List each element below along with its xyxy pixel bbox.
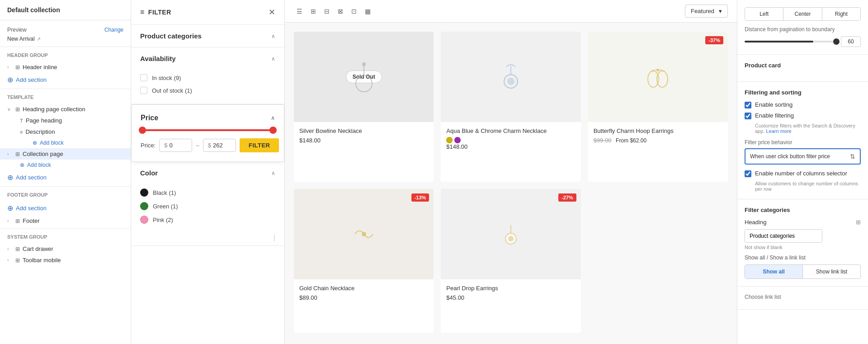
product-image-4: -13% [294, 189, 434, 279]
plus-icon: ⊕ [7, 75, 13, 84]
filter-price-behavior-dropdown[interactable]: When user click button filter price ⇅ [745, 148, 861, 165]
section-icon: ⊞ [15, 64, 20, 71]
add-section-header-button[interactable]: ⊕ Add section [0, 73, 131, 87]
plus-icon-3: ⊕ [20, 162, 24, 168]
scroll-indicator: | [131, 234, 284, 245]
enable-columns-row: Enable number of columns selector [745, 170, 861, 177]
filter-section-categories-header[interactable]: Product categories ∧ [131, 25, 284, 47]
add-block-heading-button[interactable]: ⊕ Add block [13, 137, 131, 148]
preview-change-button[interactable]: Change [104, 27, 123, 33]
price-filter-button[interactable]: FILTER [240, 138, 279, 152]
product-grid: Sold Out Silver Bowline Necklace $148.00 [285, 23, 737, 342]
align-right-button[interactable]: Right [822, 8, 860, 20]
product-name-1: Silver Bowline Necklace [299, 127, 428, 134]
product-name-2: Aqua Blue & Chrome Charm Necklace [446, 127, 575, 134]
availability-chevron: ∧ [271, 56, 275, 62]
price-max-input[interactable] [213, 142, 231, 149]
divider-1 [0, 47, 131, 47]
chevron-right-icon: › [7, 65, 13, 70]
sidebar-item-collection-page[interactable]: › ⊞ Collection page [0, 148, 131, 160]
enable-sorting-label: Enable sorting [755, 101, 793, 108]
price-min-input[interactable] [169, 142, 187, 149]
sidebar-item-heading-page-collection[interactable]: ∨ ⊞ Heading page collection [0, 104, 131, 115]
view-grid5-icon[interactable]: ⊡ [349, 6, 359, 17]
filter-close-button[interactable]: ✕ [269, 7, 275, 17]
chevron-right-icon-5: › [7, 258, 13, 263]
learn-more-link[interactable]: Learn more [766, 128, 791, 134]
filter-price-behavior-label: Filter price behavior [745, 139, 861, 146]
price-title: Price [141, 114, 158, 122]
product-thumb-5 [493, 216, 529, 252]
product-price-5: $45.00 [446, 294, 575, 301]
header-group-label: Header Group [7, 52, 123, 58]
view-grid2-icon[interactable]: ⊞ [308, 6, 319, 17]
enable-filtering-checkbox[interactable] [745, 113, 751, 119]
price-slider-thumb-left[interactable] [139, 127, 146, 134]
sort-dropdown[interactable]: Featured ▾ [685, 5, 728, 18]
out-of-stock-checkbox[interactable] [140, 87, 147, 94]
view-grid4-icon[interactable]: ⊠ [335, 6, 346, 17]
price-slider-thumb-right[interactable] [269, 127, 277, 134]
distance-section: Distance from pagination to boundary 60 [745, 26, 861, 47]
filter-section-color-header[interactable]: Color ∧ [131, 162, 284, 184]
template-section: Template [0, 91, 131, 104]
enable-columns-checkbox[interactable] [745, 170, 751, 177]
dropdown-arrow-icon: ⇅ [850, 153, 855, 160]
distance-slider-thumb[interactable] [833, 38, 840, 45]
preview-toolbar: ☰ ⊞ ⊟ ⊠ ⊡ ▦ Featured ▾ [285, 0, 737, 23]
view-grid6-icon[interactable]: ▦ [362, 6, 373, 17]
price-card-header: Price ∧ [141, 114, 275, 122]
color-pink-row: Pink (2) [140, 213, 275, 226]
sidebar-item-header-inline[interactable]: › ⊞ Header inline [0, 61, 131, 73]
show-all-button[interactable]: Show all [745, 265, 803, 278]
color-dot-gold [446, 137, 453, 143]
align-left-button[interactable]: Left [745, 8, 783, 20]
sidebar-item-footer[interactable]: › ⊞ Footer [0, 215, 131, 226]
template-label: Template [7, 94, 123, 100]
availability-body: In stock (9) Out of stock (1) [131, 70, 284, 104]
add-section-template-label: Add section [16, 174, 47, 181]
view-grid3-icon[interactable]: ⊟ [321, 6, 332, 17]
show-link-list-button[interactable]: Show link list [803, 265, 860, 278]
product-card-section: Product card [737, 55, 868, 82]
add-section-template-button[interactable]: ⊕ Add section [0, 170, 131, 184]
chevron-right-icon-4: › [7, 246, 13, 251]
heading-input[interactable] [745, 229, 822, 243]
filter-section-categories: Product categories ∧ [131, 25, 284, 47]
add-section-footer-button[interactable]: ⊕ Add section [0, 201, 131, 215]
product-price-2: $148.00 [446, 143, 575, 150]
sidebar-item-toolbar-mobile[interactable]: › ⊞ Toolbar mobile [0, 254, 131, 266]
svg-point-4 [507, 78, 514, 85]
price-from-3: From $62.00 [616, 137, 646, 144]
sidebar-item-description[interactable]: ≡ Description [13, 126, 131, 137]
align-center-button[interactable]: Center [783, 8, 822, 20]
svg-point-8 [656, 69, 659, 71]
product-thumb-4 [346, 216, 382, 252]
filter-section-availability-header[interactable]: Availability ∧ [131, 47, 284, 70]
color-black-swatch [140, 188, 148, 197]
filter-header: ≡ FILTER ✕ [131, 0, 284, 25]
color-pink-swatch [140, 216, 148, 224]
view-list-icon[interactable]: ☰ [294, 6, 305, 17]
product-name-4: Gold Chain Necklace [299, 285, 428, 292]
price-slider-track [141, 129, 275, 131]
sidebar-item-cart-drawer[interactable]: › ⊞ Cart drawer [0, 243, 131, 254]
in-stock-checkbox[interactable] [140, 74, 147, 81]
product-thumb-2 [493, 59, 529, 95]
alignment-buttons: Left Center Right [745, 7, 861, 21]
section-icon-2: ⊞ [15, 106, 20, 113]
plus-icon-4: ⊕ [7, 173, 13, 182]
table-row: Sold Out Silver Bowline Necklace $148.00 [294, 32, 434, 182]
header-group-section: Header Group [0, 49, 131, 61]
add-block-collection-button[interactable]: ⊕ Add block [0, 160, 131, 170]
filter-lines-icon: ≡ [140, 8, 145, 16]
sidebar-item-page-heading[interactable]: T Page heading [13, 115, 131, 126]
add-section-header-label: Add section [16, 76, 47, 83]
enable-sorting-checkbox[interactable] [745, 102, 751, 108]
add-block-heading-label: Add block [40, 140, 64, 146]
enable-columns-desc: Allow customers to change number of colu… [755, 181, 861, 192]
filtering-sorting-section: Filtering and sorting Enable sorting Ena… [737, 82, 868, 199]
filtering-sorting-title: Filtering and sorting [745, 89, 861, 96]
view-icons-group: ☰ ⊞ ⊟ ⊠ ⊡ ▦ [294, 6, 373, 17]
price-label: Price: [141, 142, 156, 149]
